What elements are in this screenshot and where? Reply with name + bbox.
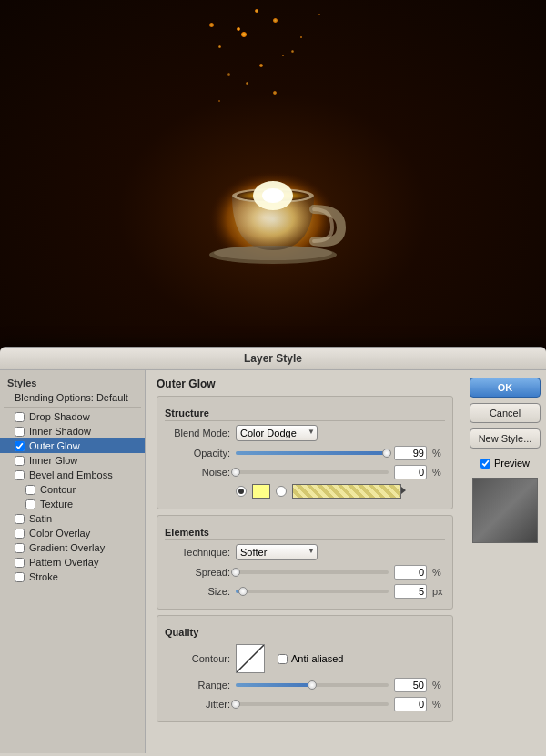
opacity-slider-track[interactable] [236, 451, 389, 455]
new-style-button[interactable]: New Style... [470, 428, 541, 449]
anti-aliased-row: Anti-aliased [278, 653, 343, 664]
anti-aliased-label: Anti-aliased [291, 653, 343, 664]
noise-slider-thumb[interactable] [231, 468, 240, 477]
inner-shadow-checkbox[interactable] [15, 427, 25, 437]
elements-heading: Elements [165, 527, 445, 540]
size-input[interactable] [394, 584, 427, 599]
spread-unit: % [432, 567, 445, 578]
radio-gradient[interactable] [276, 486, 287, 497]
sidebar-item-color-overlay[interactable]: Color Overlay [0, 526, 145, 540]
opacity-input[interactable] [394, 446, 427, 460]
spread-input[interactable] [394, 565, 427, 580]
sidebar-item-contour[interactable]: Contour [0, 482, 145, 497]
jitter-slider-thumb[interactable] [231, 700, 240, 709]
sidebar-item-stroke[interactable]: Stroke [0, 570, 145, 584]
satin-checkbox[interactable] [15, 514, 25, 524]
range-slider-fill [236, 683, 312, 687]
noise-input[interactable] [394, 465, 427, 479]
preview-box [472, 478, 538, 543]
contour-checkbox[interactable] [25, 485, 35, 495]
styles-label: Styles [0, 374, 145, 390]
gradient-overlay-checkbox[interactable] [15, 543, 25, 553]
bevel-emboss-checkbox[interactable] [15, 470, 25, 480]
spread-row: Spread: % [165, 565, 445, 580]
opacity-slider-thumb[interactable] [382, 449, 391, 458]
ok-button[interactable]: OK [470, 378, 541, 398]
range-unit: % [432, 680, 445, 690]
anti-aliased-checkbox[interactable] [278, 654, 288, 664]
noise-slider-track[interactable] [236, 470, 389, 474]
elements-section: Elements Technique: Softer Precise Sprea… [157, 515, 453, 610]
contour-row: Contour: Anti-aliased [165, 644, 445, 673]
opacity-slider-fill [236, 451, 387, 455]
blend-mode-wrapper[interactable]: Color Dodge Screen Normal [236, 425, 318, 441]
blend-mode-label: Blend Mode: [165, 428, 230, 438]
pattern-overlay-label: Pattern Overlay [29, 557, 98, 568]
texture-checkbox[interactable] [25, 499, 35, 509]
technique-row: Technique: Softer Precise [165, 544, 445, 560]
sidebar-item-inner-shadow[interactable]: Inner Shadow [0, 424, 145, 438]
range-label: Range: [165, 680, 230, 690]
sidebar-item-pattern-overlay[interactable]: Pattern Overlay [0, 555, 145, 570]
sidebar-item-outer-glow[interactable]: Outer Glow [0, 438, 145, 453]
sidebar-item-texture[interactable]: Texture [0, 497, 145, 511]
blend-mode-select[interactable]: Color Dodge Screen Normal [236, 425, 318, 441]
color-overlay-label: Color Overlay [29, 528, 90, 539]
inner-shadow-label: Inner Shadow [29, 426, 91, 437]
size-slider-track[interactable] [236, 590, 389, 593]
range-slider-thumb[interactable] [308, 680, 317, 690]
stroke-label: Stroke [29, 571, 58, 582]
stroke-checkbox[interactable] [15, 572, 25, 582]
sidebar-item-drop-shadow[interactable]: Drop Shadow [0, 409, 145, 424]
opacity-unit: % [432, 448, 445, 459]
layer-style-dialog: Layer Style Styles Blending Options: Def… [0, 347, 546, 756]
bevel-emboss-label: Bevel and Emboss [29, 469, 113, 480]
contour-label: Contour: [165, 653, 230, 664]
inner-glow-checkbox[interactable] [15, 456, 25, 466]
color-row [165, 484, 445, 499]
contour-label: Contour [40, 484, 76, 495]
sidebar-item-satin[interactable]: Satin [0, 511, 145, 526]
color-swatch[interactable] [252, 484, 270, 499]
structure-heading: Structure [165, 408, 445, 421]
technique-label: Technique: [165, 547, 230, 558]
spread-slider-track[interactable] [236, 570, 389, 574]
noise-row: Noise: % [165, 465, 445, 479]
technique-wrapper[interactable]: Softer Precise [236, 544, 318, 560]
range-slider-track[interactable] [236, 683, 389, 687]
color-overlay-checkbox[interactable] [15, 529, 25, 539]
technique-select[interactable]: Softer Precise [236, 544, 318, 560]
size-slider-thumb[interactable] [238, 587, 248, 596]
jitter-input[interactable] [394, 697, 427, 711]
gradient-swatch[interactable] [292, 484, 401, 499]
preview-inner [473, 479, 537, 542]
jitter-unit: % [432, 699, 445, 710]
preview-row: Preview [470, 458, 541, 469]
contour-svg [237, 645, 264, 672]
inner-glow-label: Inner Glow [29, 455, 77, 466]
outer-glow-checkbox[interactable] [15, 441, 25, 451]
texture-label: Texture [40, 499, 73, 509]
jitter-slider-track[interactable] [236, 702, 389, 706]
sidebar-item-inner-glow[interactable]: Inner Glow [0, 453, 145, 468]
quality-section: Quality Contour: Anti-aliased [157, 615, 453, 722]
drop-shadow-checkbox[interactable] [15, 412, 25, 422]
right-buttons-panel: OK Cancel New Style... Preview [464, 370, 546, 753]
contour-thumbnail[interactable] [236, 644, 265, 673]
opacity-row: Opacity: % [165, 446, 445, 460]
sidebar-divider-1 [4, 407, 141, 408]
outer-glow-heading: Outer Glow [157, 378, 453, 390]
radio-color[interactable] [236, 486, 247, 497]
sidebar-item-bevel-emboss[interactable]: Bevel and Emboss [0, 468, 145, 482]
range-input[interactable] [394, 678, 427, 692]
size-unit: px [432, 586, 445, 597]
sidebar-item-gradient-overlay[interactable]: Gradient Overlay [0, 540, 145, 555]
spread-slider-thumb[interactable] [231, 568, 240, 577]
spread-label: Spread: [165, 567, 230, 578]
noise-unit: % [432, 467, 445, 478]
sidebar-item-blending-options[interactable]: Blending Options: Default [0, 390, 145, 405]
cancel-button[interactable]: Cancel [470, 403, 541, 423]
dialog-titlebar: Layer Style [0, 348, 546, 370]
preview-checkbox[interactable] [480, 459, 490, 469]
pattern-overlay-checkbox[interactable] [15, 558, 25, 568]
